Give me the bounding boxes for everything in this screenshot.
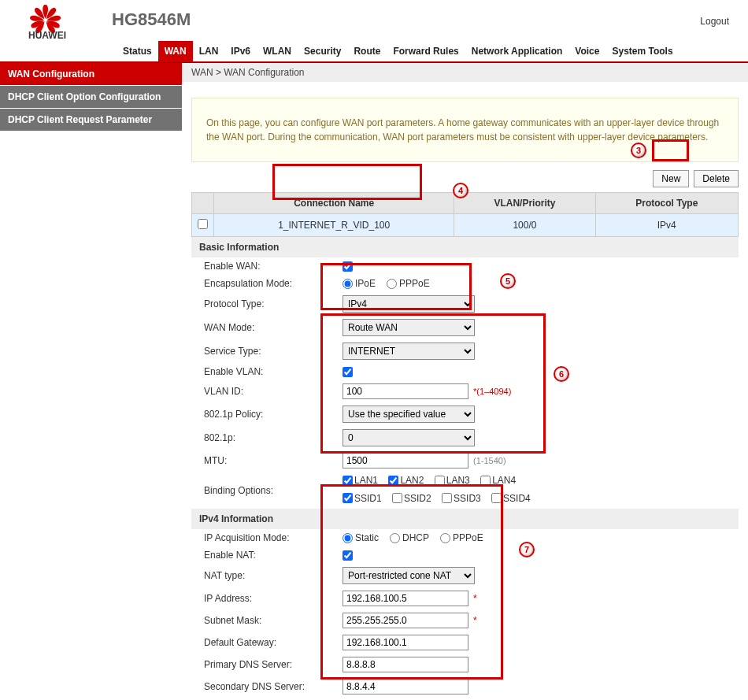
bind-ssid4-checkbox[interactable]	[491, 493, 502, 503]
col-select	[192, 193, 214, 214]
label-ip-address: IP Address:	[204, 593, 343, 604]
cell-protocol-type: IPv4	[595, 214, 738, 237]
label-subnet-mask: Subnet Mask:	[204, 615, 343, 626]
tab-wan[interactable]: WAN	[158, 41, 193, 61]
label-protocol-type: Protocol Type:	[204, 298, 343, 309]
8021p-select[interactable]: 0	[343, 429, 475, 446]
label-default-gateway: Default Gateway:	[204, 637, 343, 648]
subnet-required: *	[473, 615, 477, 626]
bind-ssid1-checkbox[interactable]	[343, 493, 353, 503]
sidebar-item-dhcp-request[interactable]: DHCP Client Request Parameter	[0, 109, 182, 131]
nat-type-select[interactable]: Port-restricted cone NAT	[343, 567, 475, 584]
bind-ssid2-label: SSID2	[404, 493, 431, 504]
ip-address-required: *	[473, 593, 477, 604]
8021p-policy-select[interactable]: Use the specified value	[343, 406, 475, 423]
acq-dhcp-label: DHCP	[402, 532, 429, 543]
cell-connection-name: 1_INTERNET_R_VID_100	[214, 214, 454, 237]
sidebar: WAN Configuration DHCP Client Option Con…	[0, 63, 182, 700]
bind-lan2-checkbox[interactable]	[388, 476, 398, 486]
row-select-checkbox[interactable]	[198, 219, 208, 229]
bind-ssid3-checkbox[interactable]	[442, 493, 452, 503]
bind-lan4-checkbox[interactable]	[480, 476, 491, 486]
service-type-select[interactable]: INTERNET	[343, 343, 475, 360]
annotation-marker-5: 5	[500, 273, 516, 289]
annotation-marker-3: 3	[631, 143, 646, 158]
wan-mode-select[interactable]: Route WAN	[343, 319, 475, 336]
content: WAN > WAN Configuration On this page, yo…	[182, 63, 748, 700]
top-nav: Status WAN LAN IPv6 WLAN Security Route …	[0, 41, 748, 61]
col-vlan-priority: VLAN/Priority	[454, 193, 595, 214]
huawei-logo-icon: HUAWEI	[9, 5, 85, 39]
new-button[interactable]: New	[653, 170, 689, 187]
model-title: HG8546M	[112, 9, 191, 30]
label-binding-options: Binding Options:	[204, 485, 343, 496]
protocol-type-select[interactable]: IPv4	[343, 295, 475, 313]
label-vlan-id: VLAN ID:	[204, 386, 343, 397]
label-primary-dns: Primary DNS Server:	[204, 659, 343, 670]
bind-ssid3-label: SSID3	[454, 493, 481, 504]
sidebar-item-wan-configuration[interactable]: WAN Configuration	[0, 63, 182, 86]
label-service-type: Service Type:	[204, 346, 343, 357]
cell-vlan-priority: 100/0	[454, 214, 595, 237]
label-mtu: MTU:	[204, 455, 343, 466]
sidebar-item-dhcp-option[interactable]: DHCP Client Option Configuration	[0, 86, 182, 109]
vlan-id-hint: *(1–4094)	[473, 387, 511, 396]
bind-lan2-label: LAN2	[400, 475, 424, 486]
enable-nat-checkbox[interactable]	[343, 550, 353, 561]
section-basic-information: Basic Information	[191, 237, 739, 257]
tab-route[interactable]: Route	[347, 41, 387, 61]
tab-voice[interactable]: Voice	[568, 41, 605, 61]
subnet-mask-input[interactable]	[343, 613, 468, 628]
logout-link[interactable]: Logout	[700, 16, 729, 27]
bind-lan4-label: LAN4	[492, 475, 516, 486]
mtu-input[interactable]	[343, 453, 468, 469]
acq-static-radio[interactable]	[343, 533, 353, 543]
svg-text:HUAWEI: HUAWEI	[28, 30, 66, 39]
gateway-input[interactable]	[343, 635, 468, 650]
info-box: On this page, you can configure WAN port…	[191, 98, 739, 162]
tab-status[interactable]: Status	[117, 41, 158, 61]
primary-dns-input[interactable]	[343, 657, 468, 672]
enable-wan-checkbox[interactable]	[343, 261, 353, 272]
tab-wlan[interactable]: WLAN	[257, 41, 298, 61]
label-enable-wan: Enable WAN:	[204, 261, 343, 272]
tab-forward-rules[interactable]: Forward Rules	[387, 41, 465, 61]
bind-ssid2-checkbox[interactable]	[392, 493, 402, 503]
tab-lan[interactable]: LAN	[193, 41, 225, 61]
acq-pppoe-radio[interactable]	[440, 533, 450, 543]
tab-ipv6[interactable]: IPv6	[224, 41, 257, 61]
tab-security[interactable]: Security	[298, 41, 347, 61]
tab-network-application[interactable]: Network Application	[465, 41, 569, 61]
label-ip-acquisition: IP Acquisition Mode:	[204, 532, 343, 543]
bind-lan3-checkbox[interactable]	[435, 476, 445, 486]
annotation-marker-4: 4	[453, 183, 468, 198]
acq-dhcp-radio[interactable]	[390, 533, 400, 543]
encap-pppoe-radio[interactable]	[387, 279, 397, 289]
vlan-id-input[interactable]	[343, 383, 468, 399]
bind-ssid1-label: SSID1	[354, 493, 382, 504]
ip-address-input[interactable]	[343, 591, 468, 606]
acq-pppoe-label: PPPoE	[453, 532, 483, 543]
label-enable-vlan: Enable VLAN:	[204, 366, 343, 377]
col-connection-name: Connection Name	[214, 193, 454, 214]
label-encapsulation-mode: Encapsulation Mode:	[204, 278, 343, 289]
delete-button[interactable]: Delete	[694, 170, 739, 187]
section-ipv4-information: IPv4 Information	[191, 509, 739, 529]
secondary-dns-input[interactable]	[343, 679, 468, 694]
label-secondary-dns: Secondary DNS Server:	[204, 681, 343, 692]
col-protocol-type: Protocol Type	[595, 193, 738, 214]
label-8021p: 802.1p:	[204, 432, 343, 443]
enable-vlan-checkbox[interactable]	[343, 367, 353, 377]
breadcrumb: WAN > WAN Configuration	[182, 63, 748, 82]
acq-static-label: Static	[355, 532, 379, 543]
encap-ipoe-radio[interactable]	[343, 279, 353, 289]
bind-lan3-label: LAN3	[446, 475, 470, 486]
header: HUAWEI HG8546M Logout	[0, 0, 748, 38]
table-row[interactable]: 1_INTERNET_R_VID_100 100/0 IPv4	[192, 214, 739, 237]
label-nat-type: NAT type:	[204, 570, 343, 581]
encap-ipoe-label: IPoE	[355, 278, 376, 289]
bind-lan1-checkbox[interactable]	[343, 476, 353, 486]
main: WAN Configuration DHCP Client Option Con…	[0, 63, 748, 700]
tab-system-tools[interactable]: System Tools	[605, 41, 679, 61]
form-basic: Enable WAN: Encapsulation Mode: IPoE PPP…	[191, 257, 739, 509]
